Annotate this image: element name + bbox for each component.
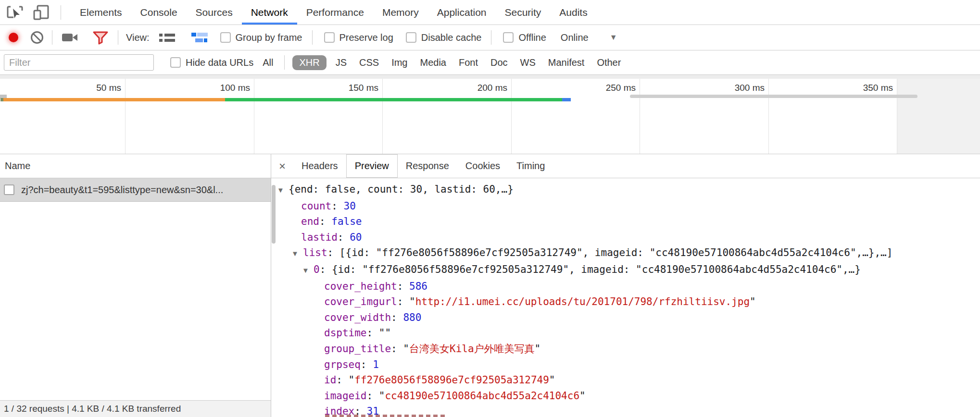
- tab-performance[interactable]: Performance: [297, 0, 373, 25]
- requests-panel: Name zj?ch=beauty&t1=595&listtype=new&sn…: [0, 154, 271, 417]
- expand-arrow-icon[interactable]: ▼: [277, 183, 289, 198]
- filter-type-css[interactable]: CSS: [359, 57, 379, 68]
- filter-type-doc[interactable]: Doc: [490, 57, 508, 68]
- view-label: View:: [126, 32, 150, 43]
- throttling-select[interactable]: Online: [561, 32, 589, 43]
- json-string: 台湾美女Kila户外唯美写真: [409, 343, 535, 355]
- tree-line: ▼0: {id: "ff276e8056f58896e7cf92505a3127…: [271, 262, 980, 279]
- expand-arrow-icon[interactable]: ▼: [302, 263, 314, 279]
- group-by-frame-checkbox[interactable]: [220, 32, 231, 43]
- tab-application[interactable]: Application: [428, 0, 496, 25]
- tree-line: ▼list: [{id: "ff276e8056f58896e7cf92505a…: [271, 245, 980, 262]
- view-list-icon[interactable]: [159, 34, 175, 42]
- devtools-window: ElementsConsoleSourcesNetworkPerformance…: [0, 0, 980, 417]
- timeline-gridline: [254, 79, 254, 154]
- filter-type-xhr[interactable]: XHR: [292, 55, 326, 70]
- json-key: cover_imgurl: [324, 296, 397, 307]
- filter-type-manifest[interactable]: Manifest: [548, 57, 585, 68]
- request-row[interactable]: zj?ch=beauty&t1=595&listtype=new&sn=30&l…: [0, 178, 271, 202]
- filter-icon[interactable]: [91, 29, 110, 46]
- timeline-tick-label: 150 ms: [306, 83, 378, 93]
- name-column-header[interactable]: Name: [0, 154, 271, 178]
- request-checkbox[interactable]: [4, 184, 14, 195]
- tree-line: imageid: "cc48190e57100864abc4d55a2c4104…: [271, 388, 980, 404]
- detail-tab-response[interactable]: Response: [398, 154, 457, 178]
- panel-tabs: ElementsConsoleSourcesNetworkPerformance…: [71, 0, 597, 25]
- tab-security[interactable]: Security: [495, 0, 550, 25]
- detail-tab-cookies[interactable]: Cookies: [457, 154, 508, 178]
- json-key: end: [301, 216, 319, 227]
- tab-elements[interactable]: Elements: [71, 0, 131, 25]
- json-key: 0: [314, 264, 320, 275]
- record-button[interactable]: [9, 33, 18, 42]
- network-log-area: Name zj?ch=beauty&t1=595&listtype=new&sn…: [0, 154, 980, 417]
- tab-console[interactable]: Console: [131, 0, 187, 25]
- tree-line: lastid: 60: [271, 230, 980, 245]
- close-icon[interactable]: ×: [279, 159, 286, 173]
- tab-memory[interactable]: Memory: [373, 0, 428, 25]
- detail-tab-timing[interactable]: Timing: [508, 154, 553, 178]
- timeline-gridline: [897, 79, 897, 154]
- json-key: list: [303, 247, 327, 258]
- filter-type-img[interactable]: Img: [391, 57, 407, 68]
- json-string: cc48190e57100864abc4d55a2c4104c6: [385, 390, 579, 402]
- filter-type-other[interactable]: Other: [597, 57, 621, 68]
- json-plain: ": [579, 390, 586, 402]
- filter-input[interactable]: [4, 54, 154, 71]
- clear-icon[interactable]: [30, 30, 44, 45]
- tree-line: group_title: "台湾美女Kila户外唯美写真": [271, 341, 980, 357]
- group-by-frame-label[interactable]: Group by frame: [236, 32, 302, 43]
- timeline-tick-label: 300 ms: [692, 83, 765, 93]
- scrollbar-thumb[interactable]: [272, 185, 276, 244]
- offline-label[interactable]: Offline: [518, 32, 546, 43]
- divider: [284, 55, 285, 70]
- json-plain: ": [535, 343, 541, 355]
- view-waterfall-icon[interactable]: [191, 33, 208, 42]
- json-plain: {end: false, count: 30, lastid: 60,…}: [289, 184, 514, 195]
- json-key: cover_width: [324, 312, 391, 323]
- tab-sources[interactable]: Sources: [187, 0, 242, 25]
- overview-scroll-thumb[interactable]: [630, 95, 917, 98]
- requests-summary-bar: 1 / 32 requests | 4.1 KB / 4.1 KB transf…: [0, 400, 271, 417]
- device-toolbar-icon[interactable]: [31, 3, 53, 22]
- detail-tab-preview[interactable]: Preview: [346, 154, 398, 178]
- json-key: imageid: [324, 390, 367, 402]
- preserve-log-checkbox[interactable]: [324, 32, 335, 43]
- hide-data-urls-checkbox[interactable]: [170, 57, 181, 68]
- json-plain: :: [391, 312, 403, 323]
- network-filter-bar: Hide data URLs AllXHRJSCSSImgMediaFontDo…: [0, 50, 980, 75]
- json-number: 586: [409, 281, 427, 292]
- disable-cache-checkbox[interactable]: [406, 32, 416, 43]
- divider: [312, 30, 313, 45]
- json-key: id: [324, 374, 336, 386]
- tab-audits[interactable]: Audits: [550, 0, 596, 25]
- divider: [491, 30, 491, 45]
- disable-cache-label[interactable]: Disable cache: [421, 32, 482, 43]
- filter-type-font[interactable]: Font: [459, 57, 478, 68]
- timeline-gridline: [125, 79, 126, 154]
- overview-unrecorded-shade: [897, 79, 980, 154]
- offline-checkbox[interactable]: [503, 32, 514, 43]
- divider: [118, 30, 118, 45]
- filter-type-media[interactable]: Media: [420, 57, 446, 68]
- filter-type-js[interactable]: JS: [336, 57, 347, 68]
- inspect-element-icon[interactable]: [5, 3, 27, 22]
- filter-type-ws[interactable]: WS: [520, 57, 536, 68]
- network-overview: 50 ms100 ms150 ms200 ms250 ms300 ms350 m…: [0, 75, 980, 154]
- json-number: 880: [403, 312, 421, 323]
- filter-type-all[interactable]: All: [263, 57, 273, 68]
- json-plain: : ": [367, 390, 385, 402]
- expand-arrow-icon[interactable]: ▼: [291, 246, 303, 262]
- hide-data-urls-label[interactable]: Hide data URLs: [186, 57, 253, 68]
- preview-json-tree: ▼{end: false, count: 30, lastid: 60,…}co…: [271, 178, 980, 417]
- json-plain: :: [397, 281, 409, 292]
- preserve-log-label[interactable]: Preserve log: [339, 32, 393, 43]
- summary-text: 1 / 32 requests | 4.1 KB / 4.1 KB transf…: [4, 404, 181, 414]
- json-key: group_title: [324, 343, 391, 355]
- detail-tab-headers[interactable]: Headers: [293, 154, 346, 178]
- capture-screenshots-icon[interactable]: [60, 31, 80, 44]
- tab-network[interactable]: Network: [242, 0, 297, 25]
- chevron-down-icon[interactable]: ▼: [610, 33, 617, 42]
- timeline-gridline: [640, 79, 640, 154]
- json-plain: : ": [391, 343, 409, 355]
